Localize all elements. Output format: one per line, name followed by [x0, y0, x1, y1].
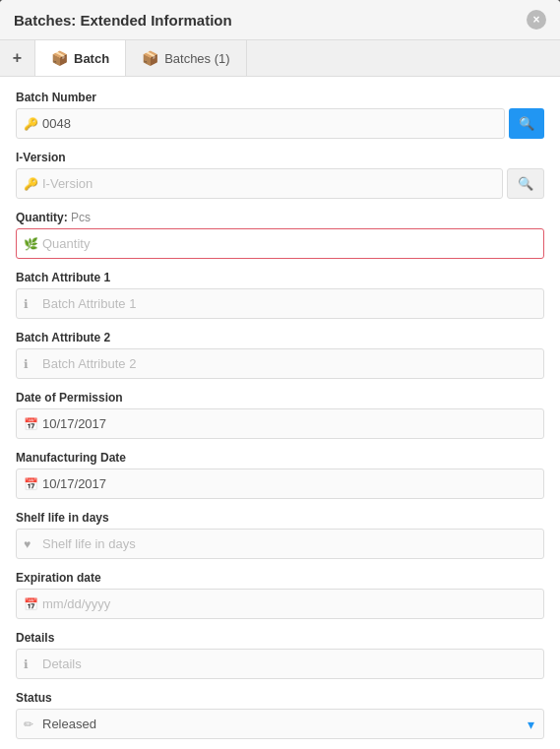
i-version-label: I-Version: [16, 151, 544, 164]
tab-batches[interactable]: 📦 Batches (1): [126, 40, 246, 76]
date-permission-input[interactable]: [16, 408, 544, 439]
status-select[interactable]: Released Blocked Restricted: [16, 709, 544, 739]
quantity-input[interactable]: [16, 228, 544, 259]
manufacturing-date-input[interactable]: [16, 468, 544, 499]
batch-attr1-wrapper: ℹ: [16, 288, 544, 319]
manufacturing-date-wrapper: 📅: [16, 468, 544, 499]
i-version-input-group: 🔑 🔍: [16, 168, 544, 199]
expiration-date-wrapper: 📅: [16, 589, 544, 619]
status-wrapper: ✏ Released Blocked Restricted ▾: [16, 709, 544, 739]
i-version-search-button[interactable]: 🔍: [507, 168, 544, 199]
tab-batch[interactable]: 📦 Batch: [35, 40, 126, 76]
dialog-header: Batches: Extended Information ×: [0, 0, 560, 40]
shelf-life-field: Shelf life in days ♥: [16, 511, 544, 559]
batch-attr1-field: Batch Attribute 1 ℹ: [16, 271, 544, 319]
tabs-bar: + 📦 Batch 📦 Batches (1): [0, 40, 560, 77]
date-permission-label: Date of Permission: [16, 391, 544, 405]
shelf-life-wrapper: ♥: [16, 529, 544, 559]
i-version-field: I-Version 🔑 🔍: [16, 151, 544, 199]
batch-attr2-field: Batch Attribute 2 ℹ: [16, 331, 544, 379]
batch-number-input[interactable]: [16, 108, 505, 139]
batch-attr2-input[interactable]: [16, 348, 544, 379]
batch-attr2-wrapper: ℹ: [16, 348, 544, 379]
shelf-life-input[interactable]: [16, 529, 544, 559]
dialog-title: Batches: Extended Information: [14, 12, 232, 29]
quantity-input-wrapper: 🌿: [16, 228, 544, 259]
batch-attr1-label: Batch Attribute 1: [16, 271, 544, 284]
date-permission-wrapper: 📅: [16, 408, 544, 439]
expiration-date-input[interactable]: [16, 589, 544, 619]
status-field: Status ✏ Released Blocked Restricted ▾: [16, 691, 544, 739]
batches-tab-icon: 📦: [142, 50, 158, 66]
batch-number-field: Batch Number 🔑 🔍: [16, 91, 544, 139]
batch-tab-icon: 📦: [51, 50, 68, 66]
batch-number-input-group: 🔑 🔍: [16, 108, 544, 139]
details-label: Details: [16, 631, 544, 645]
quantity-field: Quantity: Pcs 🌿: [16, 211, 544, 259]
shelf-life-label: Shelf life in days: [16, 511, 544, 525]
details-input[interactable]: [16, 649, 544, 679]
expiration-date-field: Expiration date 📅: [16, 571, 544, 619]
expiration-date-label: Expiration date: [16, 571, 544, 585]
batch-attr1-input[interactable]: [16, 288, 544, 319]
manufacturing-date-field: Manufacturing Date 📅: [16, 451, 544, 499]
tab-batch-label: Batch: [74, 51, 109, 66]
search-icon: 🔍: [519, 116, 534, 131]
quantity-label: Quantity: Pcs: [16, 211, 544, 224]
details-wrapper: ℹ: [16, 649, 544, 679]
quantity-unit: Pcs: [71, 211, 91, 224]
i-version-input[interactable]: [16, 168, 503, 199]
batch-number-search-button[interactable]: 🔍: [509, 108, 544, 139]
dialog: Batches: Extended Information × + 📦 Batc…: [0, 0, 560, 749]
batch-attr2-label: Batch Attribute 2: [16, 331, 544, 344]
batch-number-label: Batch Number: [16, 91, 544, 104]
date-permission-field: Date of Permission 📅: [16, 391, 544, 439]
status-label: Status: [16, 691, 544, 705]
form-content: Batch Number 🔑 🔍 I-Version 🔑: [0, 77, 560, 749]
add-tab-button[interactable]: +: [0, 40, 35, 76]
close-button[interactable]: ×: [527, 10, 546, 30]
manufacturing-date-label: Manufacturing Date: [16, 451, 544, 465]
details-field: Details ℹ: [16, 631, 544, 679]
i-version-search-icon: 🔍: [518, 176, 533, 191]
tab-batches-label: Batches (1): [164, 51, 229, 66]
